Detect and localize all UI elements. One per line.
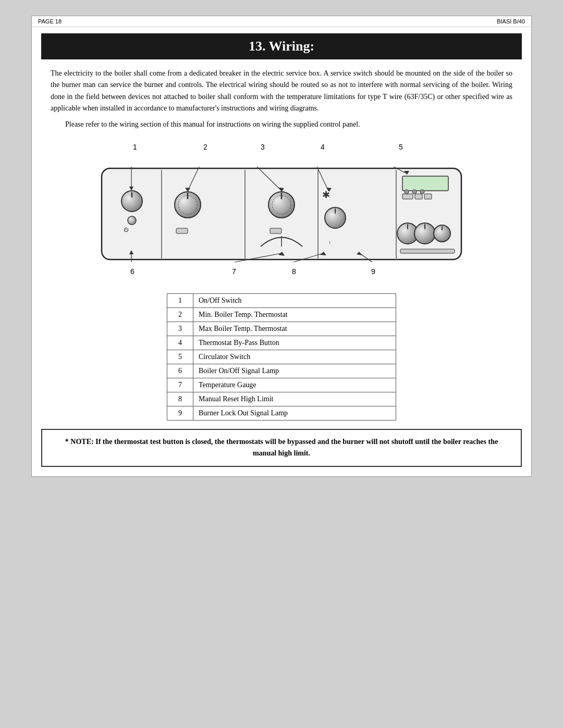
label-4-top: 4 — [321, 143, 325, 151]
table-row: 2Min. Boiler Temp. Thermostat — [167, 307, 396, 322]
page-number: PAGE 18 — [38, 18, 62, 24]
svg-rect-14 — [176, 228, 188, 233]
row-label: Circulator Switch — [193, 350, 396, 364]
bottom-labels: 6 7 8 9 — [104, 267, 469, 288]
label-3-top: 3 — [261, 143, 265, 151]
row-label: Manual Reset High Limit — [193, 392, 396, 406]
svg-point-34 — [405, 190, 409, 194]
row-label: Thermostat By-Pass Button — [193, 336, 396, 350]
svg-rect-20 — [270, 228, 282, 233]
top-labels: 1 2 3 4 5 — [104, 143, 469, 166]
table-row: 8Manual Reset High Limit — [167, 392, 396, 406]
row-number: 2 — [167, 307, 193, 322]
row-label: Max Boiler Temp. Thermostat — [193, 322, 396, 336]
table-row: 7Temperature Gauge — [167, 378, 396, 392]
table-row: 5Circulator Switch — [167, 350, 396, 364]
svg-point-7 — [128, 216, 136, 225]
row-number: 9 — [167, 406, 193, 420]
intro-paragraph-2: Please refer to the wiring section of th… — [51, 119, 512, 130]
svg-rect-32 — [415, 194, 422, 199]
svg-rect-43 — [400, 249, 455, 253]
boiler-panel-svg: ⏻ — [99, 166, 464, 267]
section-title: 13. Wiring: — [41, 33, 522, 59]
label-9-bottom: 9 — [371, 267, 375, 276]
row-label: Temperature Gauge — [193, 378, 396, 392]
wiring-diagram: 1 2 3 4 5 — [94, 143, 469, 288]
svg-rect-30 — [402, 176, 448, 191]
row-number: 4 — [167, 336, 193, 350]
label-8-bottom: 8 — [292, 267, 296, 276]
table-row: 3Max Boiler Temp. Thermostat — [167, 322, 396, 336]
row-label: Min. Boiler Temp. Thermostat — [193, 307, 396, 322]
svg-text:⏻: ⏻ — [124, 227, 129, 232]
label-2-top: 2 — [203, 143, 207, 151]
table-row: 6Boiler On/Off Signal Lamp — [167, 364, 396, 378]
page: PAGE 18 BIASI B/40 13. Wiring: The elect… — [31, 16, 532, 477]
row-number: 1 — [167, 293, 193, 307]
page-header: PAGE 18 BIASI B/40 — [32, 16, 531, 27]
row-number: 5 — [167, 350, 193, 364]
table-row: 4Thermostat By-Pass Button — [167, 336, 396, 350]
row-label: Boiler On/Off Signal Lamp — [193, 364, 396, 378]
row-number: 6 — [167, 364, 193, 378]
intro-paragraph-1: The electricity to the boiler shall come… — [51, 68, 512, 115]
row-label: On/Off Switch — [193, 293, 396, 307]
row-number: 8 — [167, 392, 193, 406]
content-area: The electricity to the boiler shall come… — [32, 68, 531, 421]
svg-rect-31 — [402, 194, 413, 199]
label-6-bottom: 6 — [130, 267, 134, 276]
label-1-top: 1 — [133, 143, 137, 151]
label-5-top: 5 — [399, 143, 403, 151]
svg-point-35 — [412, 190, 417, 194]
table-row: 9Burner Lock Out Signal Lamp — [167, 406, 396, 420]
label-7-bottom: 7 — [232, 267, 236, 276]
row-number: 7 — [167, 378, 193, 392]
row-number: 3 — [167, 322, 193, 336]
table-row: 1On/Off Switch — [167, 293, 396, 307]
brand-label: BIASI B/40 — [497, 18, 525, 24]
note-text: * NOTE: If the thermostat test button is… — [65, 438, 498, 457]
svg-text:↕: ↕ — [328, 240, 331, 245]
svg-point-36 — [420, 190, 424, 194]
component-table: 1On/Off Switch2Min. Boiler Temp. Thermos… — [167, 293, 396, 421]
note-box: * NOTE: If the thermostat test button is… — [41, 429, 522, 467]
svg-rect-33 — [424, 194, 432, 199]
row-label: Burner Lock Out Signal Lamp — [193, 406, 396, 420]
